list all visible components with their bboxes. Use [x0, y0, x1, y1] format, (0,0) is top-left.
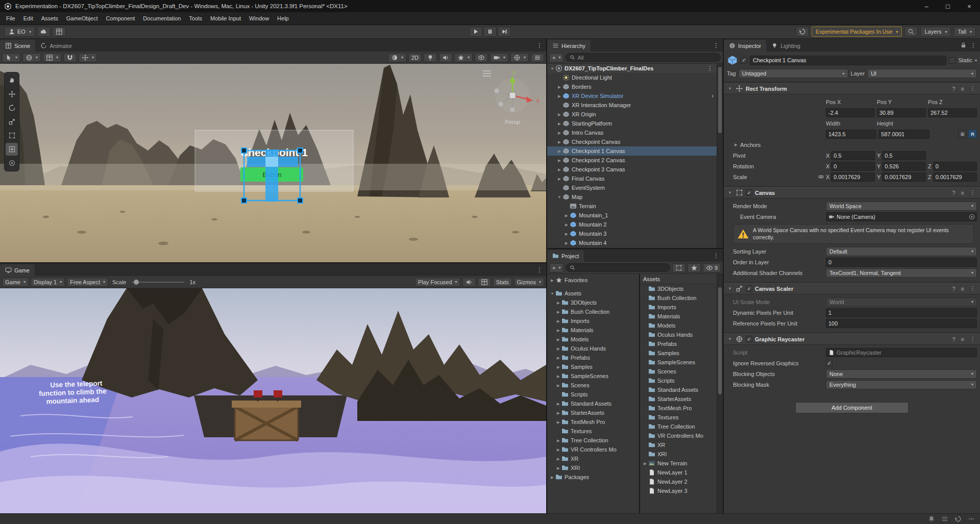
asset-samplescenes[interactable]: SampleScenes — [640, 358, 717, 367]
foldout-expanded-icon[interactable]: ▼ — [556, 195, 562, 199]
ui-scale-mode-dropdown[interactable]: World▾ — [826, 297, 977, 307]
scene-overlay-menu-button[interactable] — [531, 53, 544, 62]
project-folder-textures[interactable]: Textures — [547, 427, 639, 436]
rect-transform-header[interactable]: ▼ Rect Transform ? ≡ ⋮ — [724, 83, 980, 94]
hand-tool-button[interactable] — [6, 74, 18, 87]
foldout-expanded-icon[interactable]: ▼ — [727, 286, 733, 291]
blocking-objects-dropdown[interactable]: None▾ — [826, 369, 977, 379]
foldout-collapsed-icon[interactable]: ▶ — [556, 158, 562, 163]
project-folder-xr[interactable]: ▶XR — [547, 454, 639, 463]
lock-icon[interactable] — [960, 42, 967, 48]
blueprint-r-icon[interactable]: R — [968, 130, 977, 138]
project-folder-3dobjects[interactable]: ▶3DObjects — [547, 298, 639, 307]
help-icon[interactable]: ? — [950, 86, 957, 92]
graphic-raycaster-header[interactable]: ▼ ✓ Graphic Raycaster ? ≡ ⋮ — [724, 333, 980, 345]
hierarchy-item-xr-origin[interactable]: ▶XR Origin — [547, 110, 717, 119]
project-folder-textmesh-pro[interactable]: ▶TextMesh Pro — [547, 417, 639, 427]
layout-grid-button[interactable] — [53, 27, 66, 37]
hierarchy-item-mountain-3[interactable]: ▶Mountain 3 — [547, 229, 717, 238]
asset-3dobjects[interactable]: 3DObjects — [640, 284, 717, 293]
presets-icon[interactable]: ≡ — [960, 86, 966, 92]
asset-textures[interactable]: Textures — [640, 413, 717, 422]
hierarchy-item-eventsystem[interactable]: EventSystem — [547, 183, 717, 192]
asset-scenes[interactable]: Scenes — [640, 367, 717, 376]
asset-textmesh-pro[interactable]: TextMesh Pro — [640, 404, 717, 413]
console-icon[interactable] — [941, 515, 948, 522]
asset-materials[interactable]: Materials — [640, 312, 717, 321]
project-folder-packages[interactable]: ▶Packages — [547, 472, 639, 482]
pos-y-field[interactable]: 30.89 — [877, 108, 926, 117]
foldout-expanded-icon[interactable]: ▼ — [549, 291, 555, 296]
project-favorites[interactable]: ▶Favorites — [547, 276, 639, 285]
foldout-expanded-icon[interactable]: ▼ — [727, 86, 733, 91]
project-scrollbar[interactable] — [717, 274, 723, 513]
hierarchy-scene-root[interactable]: ▼ DX2607_TipTopClimber_FinalDes ⋮ — [547, 64, 717, 73]
hidden-packages-toggle[interactable]: 9 — [703, 263, 721, 272]
event-camera-object-field[interactable]: None (Camera) — [826, 212, 977, 221]
hierarchy-item-map[interactable]: ▼Map — [547, 192, 717, 202]
project-folder-materials[interactable]: ▶Materials — [547, 326, 639, 335]
minimize-button[interactable]: – — [916, 0, 937, 12]
project-folder-oculus-hands[interactable]: ▶Oculus Hands — [547, 344, 639, 353]
foldout-collapsed-icon[interactable]: ▶ — [556, 112, 562, 117]
hierarchy-item-directional-light[interactable]: Directional Light — [547, 73, 717, 82]
foldout-collapsed-icon[interactable]: ▶ — [556, 121, 562, 126]
foldout-collapsed-icon[interactable]: ▶ — [555, 402, 561, 406]
foldout-expanded-icon[interactable]: ▼ — [549, 66, 555, 71]
asset-vr-controllers-mo[interactable]: VR Controllers Mo — [640, 431, 717, 440]
foldout-collapsed-icon[interactable]: ▶ — [556, 167, 562, 172]
hierarchy-item-mountain-1[interactable]: ▶Mountain_1 — [547, 211, 717, 220]
menu-window[interactable]: Window — [245, 12, 273, 25]
foldout-collapsed-icon[interactable]: ▶ — [733, 142, 739, 147]
project-create-button[interactable]: +▾ — [549, 263, 564, 272]
menu-tools[interactable]: Tools — [185, 12, 206, 25]
scene-viewport[interactable]: Checkpoint 1 Button — [0, 64, 546, 262]
hierarchy-item-xr-device-simulator[interactable]: ▶XR Device Simulator› — [547, 91, 717, 101]
hierarchy-item-terrain[interactable]: Terrain — [547, 202, 717, 211]
hierarchy-create-button[interactable]: +▾ — [549, 53, 564, 62]
hierarchy-item-final-canvas[interactable]: ▶Final Canvas — [547, 174, 717, 183]
hierarchy-item-checkpoint-1-canvas[interactable]: ▶Checkpoint 1 Canvas — [547, 146, 717, 156]
snap-increment-dropdown[interactable]: ▾ — [79, 53, 97, 62]
menu-component[interactable]: Component — [102, 12, 139, 25]
asset-xr[interactable]: XR — [640, 440, 717, 450]
foldout-collapsed-icon[interactable]: ▶ — [555, 328, 561, 333]
link-scale-icon[interactable] — [818, 173, 824, 180]
reference-ppu-field[interactable]: 100 — [826, 319, 977, 328]
static-flags-caret-icon[interactable]: ▾ — [975, 58, 977, 63]
perspective-mode-label[interactable]: Persp — [505, 119, 520, 125]
save-search-button[interactable] — [688, 263, 701, 272]
asset-prefabs[interactable]: Prefabs — [640, 339, 717, 348]
tab-scene[interactable]: Scene — [0, 40, 35, 52]
rotation-z-field[interactable]: 0 — [933, 162, 977, 171]
scale-x-field[interactable]: 0.0017629 — [831, 172, 875, 182]
transform-tool-button[interactable] — [6, 143, 18, 156]
scene-panel-kebab-icon[interactable]: ⋮ — [533, 42, 546, 49]
rotation-x-field[interactable]: 0 — [831, 162, 875, 171]
pos-x-field[interactable]: -2.4 — [826, 108, 875, 117]
component-enabled-checkbox[interactable]: ✓ — [746, 336, 752, 342]
progress-icon[interactable] — [968, 515, 975, 522]
hierarchy-item-checkpoint-canvas[interactable]: ▶Checkpoint Canvas — [547, 137, 717, 146]
prefab-open-chevron-icon[interactable]: › — [708, 92, 717, 99]
search-button[interactable] — [904, 27, 918, 37]
hierarchy-kebab-icon[interactable]: ⋮ — [709, 42, 723, 49]
canvas-scaler-header[interactable]: ▼ ✓ Canvas Scaler ? ≡ ⋮ — [724, 283, 980, 294]
asset-newlayer-1[interactable]: NewLayer 1 — [640, 468, 717, 477]
scale-y-field[interactable]: 0.0017629 — [882, 172, 926, 182]
asset-tree-collection[interactable]: Tree Collection — [640, 422, 717, 431]
project-folder-scenes[interactable]: ▶Scenes — [547, 381, 639, 390]
asset-newlayer-2[interactable]: NewLayer 2 — [640, 477, 717, 486]
rotation-y-field[interactable]: 0.526 — [882, 162, 926, 171]
foldout-collapsed-icon[interactable]: ▶ — [642, 461, 648, 466]
project-folder-scripts[interactable]: Scripts — [547, 390, 639, 399]
foldout-collapsed-icon[interactable]: ▶ — [555, 301, 561, 305]
component-enabled-checkbox[interactable]: ✓ — [746, 285, 752, 292]
presets-icon[interactable]: ≡ — [960, 286, 966, 292]
hierarchy-item-checkpoint-3-canvas[interactable]: ▶Checkpoint 3 Canvas — [547, 165, 717, 174]
object-picker-icon[interactable] — [968, 213, 975, 220]
project-folder-imports[interactable]: ▶Imports — [547, 316, 639, 326]
order-in-layer-field[interactable]: 0 — [826, 258, 977, 267]
hierarchy-item-intro-canvas[interactable]: ▶Intro Canvas — [547, 128, 717, 137]
asset-models[interactable]: Models — [640, 321, 717, 330]
